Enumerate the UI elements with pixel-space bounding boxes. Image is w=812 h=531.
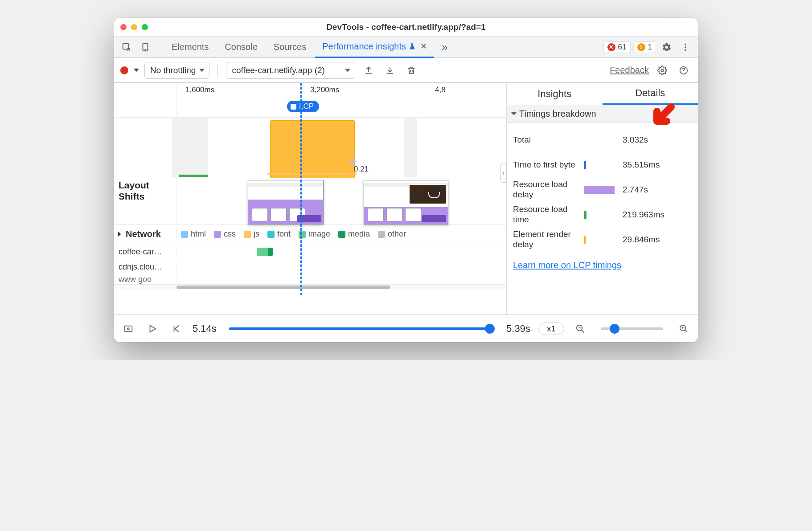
legend-swatch-icon (338, 231, 345, 238)
speed-selector[interactable]: x1 (538, 323, 564, 335)
lcp-marker[interactable]: LCP (287, 101, 319, 112)
performance-toolbar: No throttling coffee-cart.netlify.app (2… (114, 58, 698, 83)
feedback-link[interactable]: Feedback (610, 65, 649, 75)
zoom-in-icon[interactable] (676, 321, 692, 337)
details-tab[interactable]: Details (603, 83, 698, 105)
network-legend: htmlcssjsfontimagemediaother (176, 229, 506, 239)
panel-settings-gear-icon[interactable] (654, 62, 670, 78)
network-rows: coffee-car… cdnjs.clou… www goo (114, 244, 506, 284)
breakdown-label: Resource load time (513, 204, 580, 225)
playback-footer: 5.14s 5.39s x1 (114, 315, 698, 342)
tab-performance-insights[interactable]: Performance insights ✕ (315, 37, 434, 58)
legend-item: font (267, 229, 291, 239)
download-icon[interactable] (382, 62, 398, 78)
trash-icon[interactable] (403, 62, 419, 78)
tick-label: 3,200ms (310, 86, 339, 94)
legend-label: media (348, 229, 370, 239)
legend-label: css (224, 229, 236, 239)
inspect-icon[interactable] (119, 39, 135, 55)
breakdown-bar (584, 209, 618, 221)
zoom-out-icon[interactable] (572, 321, 588, 337)
playhead[interactable] (300, 83, 302, 295)
details-pane: › Insights Details Timings breakdown Tot… (506, 83, 698, 315)
tick-label: 1,600ms (185, 86, 214, 94)
breakdown-label: Element render delay (513, 229, 580, 250)
legend-swatch-icon (299, 231, 306, 238)
errors-badge[interactable]: ✕ 61 (603, 41, 631, 53)
legend-label: font (277, 229, 291, 239)
zoom-slider[interactable] (601, 327, 663, 330)
flask-icon (409, 43, 416, 50)
network-row[interactable]: cdnjs.clou… (114, 259, 506, 274)
record-dropdown-icon[interactable] (134, 69, 139, 72)
error-icon: ✕ (607, 43, 615, 51)
expand-network-icon[interactable] (118, 232, 121, 237)
layout-shift-thumbnail[interactable] (248, 180, 324, 225)
devtools-tab-bar: Elements Console Sources Performance ins… (114, 37, 698, 58)
tab-sources[interactable]: Sources (267, 37, 313, 58)
legend-label: js (254, 229, 259, 239)
breakdown-bar (584, 184, 618, 196)
breakdown-value: 35.515ms (623, 160, 660, 170)
legend-swatch-icon (378, 231, 385, 238)
horizontal-scrollbar[interactable] (114, 284, 506, 290)
timeline-scrubber[interactable] (229, 327, 494, 330)
tab-elements[interactable]: Elements (164, 37, 216, 58)
svg-line-16 (685, 330, 688, 332)
svg-marker-10 (150, 325, 156, 332)
learn-more-link[interactable]: Learn more on LCP timings (513, 260, 692, 270)
throttling-select[interactable]: No throttling (144, 62, 209, 79)
rewind-icon[interactable] (168, 321, 185, 337)
svg-point-5 (685, 49, 686, 51)
svg-point-6 (661, 69, 664, 72)
more-tabs-icon[interactable]: » (437, 39, 453, 55)
warnings-badge[interactable]: ! 1 (633, 41, 656, 53)
main-task-bar[interactable] (270, 120, 355, 178)
legend-item: css (214, 229, 236, 239)
device-toggle-icon[interactable] (137, 39, 153, 55)
window-title: DevTools - coffee-cart.netlify.app/?ad=1 (114, 22, 698, 32)
section-title: Timings breakdown (519, 109, 596, 119)
legend-item: media (338, 229, 370, 239)
upload-icon[interactable] (361, 62, 377, 78)
record-button[interactable] (120, 66, 128, 74)
cls-value: 0.21 (354, 165, 369, 174)
page-select[interactable]: coffee-cart.netlify.app (2) (226, 62, 355, 79)
net-bar-image (257, 248, 273, 256)
preview-toggle-icon[interactable] (120, 321, 136, 337)
tab-label: Performance insights (322, 41, 406, 52)
svg-point-3 (685, 43, 686, 45)
network-header: Network htmlcssjsfontimagemediaother (114, 225, 506, 244)
breakdown-bar (584, 159, 618, 171)
legend-swatch-icon (267, 231, 275, 238)
cls-dot[interactable] (350, 159, 356, 164)
legend-item: image (299, 229, 330, 239)
network-row[interactable]: coffee-car… (114, 244, 506, 259)
current-time: 5.14s (193, 323, 217, 335)
legend-label: html (191, 229, 206, 239)
breakdown-row: Time to first byte35.515ms (513, 152, 692, 177)
network-row[interactable]: www goo (114, 274, 506, 284)
tab-console[interactable]: Console (217, 37, 264, 58)
legend-item: js (244, 229, 259, 239)
play-icon[interactable] (144, 321, 160, 337)
legend-swatch-icon (244, 231, 251, 238)
legend-label: other (388, 229, 406, 239)
devtools-window: DevTools - coffee-cart.netlify.app/?ad=1… (114, 18, 698, 342)
help-icon[interactable] (676, 62, 692, 78)
collapse-pane-icon[interactable]: › (500, 163, 507, 183)
flame-chart-row[interactable]: Layout Shifts 0.21 (114, 118, 506, 225)
tick-label: 4,8 (435, 86, 446, 94)
end-time: 5.39s (506, 323, 530, 335)
layout-shift-thumbnail[interactable] (364, 180, 448, 225)
titlebar: DevTools - coffee-cart.netlify.app/?ad=1 (114, 18, 698, 37)
settings-gear-icon[interactable] (659, 39, 675, 55)
svg-point-9 (127, 328, 129, 330)
insights-tab[interactable]: Insights (507, 83, 603, 105)
breakdown-value: 29.846ms (623, 235, 660, 245)
breakdown-value: 2.747s (623, 185, 648, 195)
timeline-ruler[interactable]: 1,600ms 3,200ms 4,8 LCP (114, 83, 506, 118)
close-tab-icon[interactable]: ✕ (420, 41, 427, 51)
collapse-section-icon (511, 112, 517, 115)
kebab-menu-icon[interactable] (677, 39, 693, 55)
